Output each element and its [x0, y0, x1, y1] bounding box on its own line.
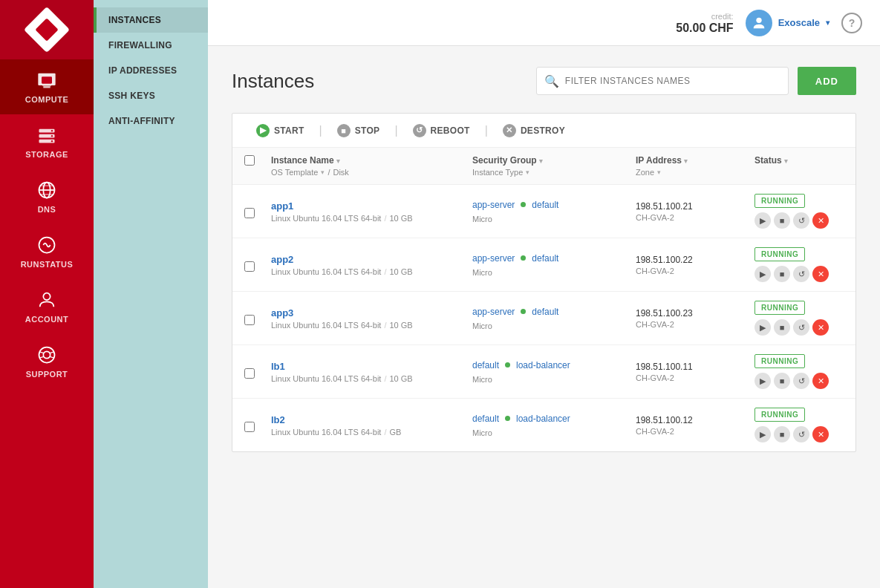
sg-tag-2[interactable]: default: [532, 253, 558, 264]
row-stop-button[interactable]: ■: [774, 373, 790, 389]
chevron-down-icon: ▾: [826, 19, 830, 27]
sub-sidebar: INSTANCES FIREWALLING IP ADDRESSES SSH K…: [94, 0, 208, 588]
row-checkbox-area: [244, 258, 271, 272]
th-name: Instance Name ▾ OS Template ▾ / Disk: [271, 155, 472, 177]
sub-sidebar-item-ssh-keys[interactable]: SSH KEYS: [94, 83, 208, 108]
sidebar-label-account: ACCOUNT: [25, 315, 69, 324]
destroy-icon: ✕: [503, 124, 516, 137]
actions-area: ▶ ■ ↺ ✕: [754, 212, 844, 229]
row-checkbox[interactable]: [244, 208, 255, 218]
row-checkbox[interactable]: [244, 261, 255, 272]
row-destroy-button[interactable]: ✕: [812, 373, 829, 389]
instance-sub: Linux Ubuntu 16.04 LTS 64-bit / 10 GB: [271, 374, 472, 383]
page-title: Instances: [232, 70, 314, 93]
sg-tags: app-server default: [472, 200, 636, 210]
instance-name-link[interactable]: lb1: [271, 361, 472, 372]
sg-tag-1[interactable]: default: [472, 360, 499, 370]
row-name-col: app3 Linux Ubuntu 16.04 LTS 64-bit / 10 …: [271, 307, 472, 330]
destroy-button[interactable]: ✕ DESTROY: [491, 114, 577, 147]
svg-line-19: [39, 352, 44, 353]
sort-arrow-name: ▾: [336, 157, 340, 165]
header-right: 🔍 ADD: [536, 67, 856, 95]
user-area[interactable]: Exoscale ▾: [746, 10, 830, 36]
select-all-checkbox[interactable]: [244, 155, 255, 166]
instances-table: ▶ START | ■ STOP | ↺ REBOOT | ✕ DESTROY: [232, 113, 856, 452]
add-button[interactable]: ADD: [798, 67, 856, 95]
row-start-button[interactable]: ▶: [754, 266, 771, 282]
sidebar-item-storage[interactable]: STORAGE: [0, 114, 94, 169]
row-reboot-button[interactable]: ↺: [793, 373, 809, 389]
sg-tags: app-server default: [472, 253, 636, 264]
help-icon[interactable]: ?: [841, 13, 862, 33]
ip-address: 198.51.100.23: [636, 308, 754, 318]
instance-name-link[interactable]: app2: [271, 254, 472, 265]
sidebar-item-account[interactable]: ACCOUNT: [0, 279, 94, 334]
row-sg-col: app-server default Micro: [472, 307, 636, 330]
svg-rect-3: [42, 85, 51, 86]
disk-size: 10 GB: [389, 214, 412, 223]
th-ip: IP Address ▾ Zone ▾: [636, 155, 754, 177]
row-checkbox[interactable]: [244, 422, 255, 432]
sub-sidebar-item-ip-addresses[interactable]: IP ADDRESSES: [94, 58, 208, 83]
sg-tag-1[interactable]: default: [472, 414, 499, 424]
row-checkbox-area: [244, 365, 271, 379]
sg-tags: app-server default: [472, 307, 636, 317]
sidebar-item-dns[interactable]: DNS: [0, 169, 94, 224]
os-template: Linux Ubuntu 16.04 LTS 64-bit: [271, 428, 381, 437]
instance-name-link[interactable]: app3: [271, 307, 472, 318]
row-start-button[interactable]: ▶: [754, 212, 771, 229]
row-stop-button[interactable]: ■: [774, 266, 790, 282]
row-status-col: RUNNING ▶ ■ ↺ ✕: [754, 301, 844, 336]
row-stop-button[interactable]: ■: [774, 426, 790, 442]
row-start-button[interactable]: ▶: [754, 319, 771, 336]
row-start-button[interactable]: ▶: [754, 373, 771, 389]
actions-area: ▶ ■ ↺ ✕: [754, 319, 844, 336]
row-checkbox[interactable]: [244, 368, 255, 379]
row-ip-col: 198.51.100.11 CH-GVA-2: [636, 362, 754, 382]
row-reboot-button[interactable]: ↺: [793, 212, 809, 229]
sg-tag-2[interactable]: default: [532, 200, 558, 210]
sub-sidebar-item-anti-affinity[interactable]: ANTI-AFFINITY: [94, 108, 208, 134]
row-destroy-button[interactable]: ✕: [812, 319, 829, 336]
row-name-col: app1 Linux Ubuntu 16.04 LTS 64-bit / 10 …: [271, 200, 472, 223]
sg-tag-2[interactable]: default: [532, 307, 558, 317]
sidebar-item-runstatus[interactable]: RUNSTATUS: [0, 224, 94, 279]
instance-name-link[interactable]: lb2: [271, 414, 472, 425]
row-checkbox[interactable]: [244, 315, 255, 325]
stop-button[interactable]: ■ STOP: [325, 114, 392, 147]
row-reboot-button[interactable]: ↺: [793, 266, 809, 282]
row-start-button[interactable]: ▶: [754, 426, 771, 442]
sg-tag-1[interactable]: app-server: [472, 200, 515, 210]
dot-icon: [505, 416, 510, 421]
reboot-button[interactable]: ↺ REBOOT: [401, 114, 482, 147]
topbar: credit: 50.00 CHF Exoscale ▾ ?: [208, 0, 880, 46]
sg-tag-2[interactable]: load-balancer: [516, 414, 570, 424]
sidebar-item-support[interactable]: SUPPORT: [0, 334, 94, 389]
table-row: app2 Linux Ubuntu 16.04 LTS 64-bit / 10 …: [232, 238, 855, 292]
row-stop-button[interactable]: ■: [774, 212, 790, 229]
search-input[interactable]: [565, 76, 780, 86]
os-template: Linux Ubuntu 16.04 LTS 64-bit: [271, 267, 381, 276]
row-reboot-button[interactable]: ↺: [793, 426, 809, 442]
sub-sidebar-item-firewalling[interactable]: FIREWALLING: [94, 33, 208, 58]
instance-type: Micro: [472, 428, 636, 437]
credit-area: credit: 50.00 CHF: [676, 11, 733, 35]
credit-label: credit:: [711, 12, 734, 21]
credit-amount: 50.00 CHF: [676, 22, 733, 35]
sg-tag-2[interactable]: load-balancer: [516, 360, 570, 370]
row-destroy-button[interactable]: ✕: [812, 266, 829, 282]
start-button[interactable]: ▶ START: [244, 114, 316, 147]
dot-icon: [521, 202, 526, 207]
instance-name-link[interactable]: app1: [271, 200, 472, 212]
sub-sidebar-item-instances[interactable]: INSTANCES: [94, 7, 208, 33]
row-stop-button[interactable]: ■: [774, 319, 790, 336]
actions-area: ▶ ■ ↺ ✕: [754, 373, 844, 389]
row-reboot-button[interactable]: ↺: [793, 319, 809, 336]
sg-tag-1[interactable]: app-server: [472, 253, 515, 264]
user-name: Exoscale: [778, 17, 820, 28]
sg-tag-1[interactable]: app-server: [472, 307, 515, 317]
row-destroy-button[interactable]: ✕: [812, 212, 829, 229]
toolbar: ▶ START | ■ STOP | ↺ REBOOT | ✕ DESTROY: [232, 114, 855, 148]
sidebar-item-compute[interactable]: COMPUTE: [0, 59, 94, 114]
row-destroy-button[interactable]: ✕: [812, 426, 829, 442]
